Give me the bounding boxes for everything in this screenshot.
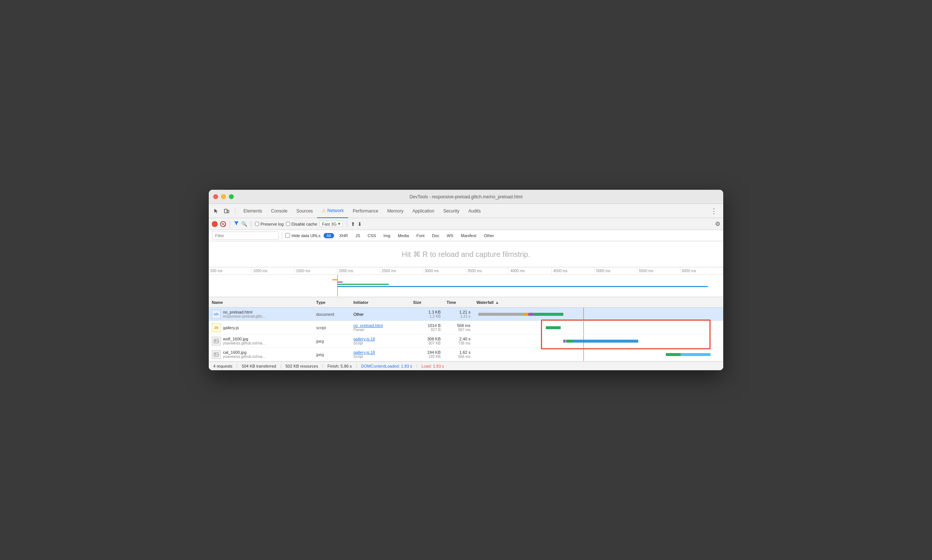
header-time: Time — [444, 300, 474, 305]
vline-timeline — [337, 275, 338, 296]
device-toolbar-icon[interactable] — [222, 206, 231, 215]
svg-point-3 — [215, 340, 216, 341]
filter-input[interactable] — [212, 232, 279, 240]
table-header: Name Type Initiator Size Time Waterfall … — [209, 297, 723, 308]
filter-js-button[interactable]: JS — [353, 233, 362, 238]
filter-ws-button[interactable]: WS — [444, 233, 455, 238]
timeline-area: 500 ms 1000 ms 1500 ms 2000 ms 2500 ms 3… — [209, 267, 723, 297]
preserve-log-checkbox[interactable]: Preserve log — [255, 222, 284, 226]
header-waterfall: Waterfall ▲ — [474, 300, 723, 305]
titlebar: DevTools - responsive-preload.glitch.me/… — [209, 190, 723, 204]
wf-bar-green — [534, 313, 563, 316]
minimize-button[interactable] — [221, 194, 226, 199]
row-name-3: wolf_1600.jpg yoavweiss.github.io/ima... — [209, 334, 313, 348]
filter-separator — [282, 232, 282, 239]
waterfall-vline-4 — [583, 348, 584, 361]
tab-console[interactable]: Console — [266, 204, 292, 218]
tab-security[interactable]: Security — [439, 204, 464, 218]
name-text-4: cat_1600.jpg yoavweiss.github.io/ima... — [223, 350, 265, 358]
tick-1000: 1000 ms — [252, 267, 295, 274]
status-bar: 4 requests 504 KB transferred 502 KB res… — [209, 361, 723, 370]
timeline-bar-purple — [337, 282, 343, 283]
svg-point-5 — [215, 353, 216, 354]
row-time-4: 1.62 s 566 ms — [444, 348, 474, 361]
row-type-1: document — [313, 308, 351, 321]
download-icon[interactable]: ⬇ — [357, 221, 362, 227]
filter-css-button[interactable]: CSS — [365, 233, 378, 238]
timeline-ruler: 500 ms 1000 ms 1500 ms 2000 ms 2500 ms 3… — [209, 267, 723, 275]
wf-bar-green-3 — [566, 340, 574, 343]
table-row[interactable]: </> no_preload.html responsive-preload.g… — [209, 308, 723, 321]
waterfall-vline-3 — [583, 334, 584, 348]
filmstrip-hint: Hit ⌘ R to reload and capture filmstrip. — [402, 250, 531, 259]
tick-3500: 3500 ms — [466, 267, 509, 274]
svg-rect-1 — [228, 210, 229, 213]
tab-sources[interactable]: Sources — [292, 204, 317, 218]
tab-elements[interactable]: Elements — [239, 204, 266, 218]
row-initiator-4: gallery.js:18 Script — [351, 348, 410, 361]
filter-media-button[interactable]: Media — [395, 233, 411, 238]
timeline-bars — [209, 275, 723, 296]
search-icon[interactable]: 🔍 — [241, 221, 247, 227]
file-icon-img-cat — [212, 350, 221, 359]
devtools-body: Elements Console Sources Network Perform… — [209, 204, 723, 370]
filter-img-button[interactable]: Img — [381, 233, 392, 238]
upload-icon[interactable]: ⬆ — [351, 221, 355, 227]
tick-2000: 2000 ms — [337, 267, 380, 274]
clear-button[interactable]: 🚫 — [220, 221, 226, 227]
tab-performance[interactable]: Performance — [348, 204, 383, 218]
tick-500: 500 ms — [209, 267, 252, 274]
row-size-2: 1014 B 827 B — [410, 321, 444, 334]
row-size-4: 194 KB 193 KB — [410, 348, 444, 361]
top-toolbar: Elements Console Sources Network Perform… — [209, 204, 723, 218]
record-button[interactable] — [212, 221, 218, 227]
filter-font-button[interactable]: Font — [414, 233, 427, 238]
table-row[interactable]: cat_1600.jpg yoavweiss.github.io/ima... … — [209, 348, 723, 361]
tab-application[interactable]: Application — [408, 204, 439, 218]
header-size: Size — [410, 300, 444, 305]
filter-xhr-button[interactable]: XHR — [337, 233, 350, 238]
file-icon-img-wolf — [212, 337, 221, 346]
row-initiator-2: no_preload.html Parser — [351, 321, 410, 334]
disable-cache-checkbox[interactable]: Disable cache — [286, 222, 317, 226]
header-type: Type — [313, 300, 351, 305]
wf-bar-orange — [523, 313, 528, 316]
devtools-window: DevTools - responsive-preload.glitch.me/… — [209, 190, 723, 370]
table-row[interactable]: wolf_1600.jpg yoavweiss.github.io/ima...… — [209, 334, 723, 348]
filmstrip-area: Hit ⌘ R to reload and capture filmstrip. — [209, 241, 723, 267]
row-size-3: 308 KB 307 KB — [410, 334, 444, 348]
filter-doc-button[interactable]: Doc — [430, 233, 442, 238]
throttle-select[interactable]: Fast 3G ▾ — [320, 221, 343, 227]
tab-audits[interactable]: Audits — [464, 204, 485, 218]
filter-manifest-button[interactable]: Manifest — [458, 233, 479, 238]
file-icon-js: JS — [212, 323, 221, 332]
svg-rect-0 — [225, 209, 227, 213]
more-tabs-button[interactable]: ⋮ — [707, 207, 720, 215]
timeline-bar-green — [337, 284, 389, 285]
row-type-2: script — [313, 321, 351, 334]
header-name: Name — [209, 300, 313, 305]
filter-icon[interactable] — [234, 221, 239, 227]
tick-3000: 3000 ms — [423, 267, 466, 274]
fullscreen-button[interactable] — [229, 194, 234, 199]
row-type-3: jpeg — [313, 334, 351, 348]
row-initiator-1: Other — [351, 308, 410, 321]
table-row[interactable]: JS gallery.js script no_preload.html Par… — [209, 321, 723, 334]
select-tool-icon[interactable] — [212, 206, 221, 215]
tab-memory[interactable]: Memory — [383, 204, 408, 218]
tick-6000: 6000 ms — [680, 267, 723, 274]
filter-all-button[interactable]: All — [324, 233, 334, 238]
toolbar-separator-4 — [347, 221, 347, 228]
filter-other-button[interactable]: Other — [481, 233, 497, 238]
tick-5000: 5000 ms — [595, 267, 637, 274]
hide-data-urls-checkbox[interactable]: Hide data URLs — [285, 233, 321, 238]
tab-network[interactable]: Network — [317, 204, 348, 218]
main-tabs: Elements Console Sources Network Perform… — [239, 204, 485, 218]
wf-bar-green-2 — [546, 326, 561, 329]
timeline-bar-blue — [337, 286, 708, 287]
row-time-1: 1.21 s 1.21 s — [444, 308, 474, 321]
close-button[interactable] — [213, 194, 218, 199]
row-name-2: JS gallery.js — [209, 321, 313, 334]
settings-icon[interactable]: ⚙ — [715, 220, 720, 228]
header-initiator: Initiator — [351, 300, 410, 305]
